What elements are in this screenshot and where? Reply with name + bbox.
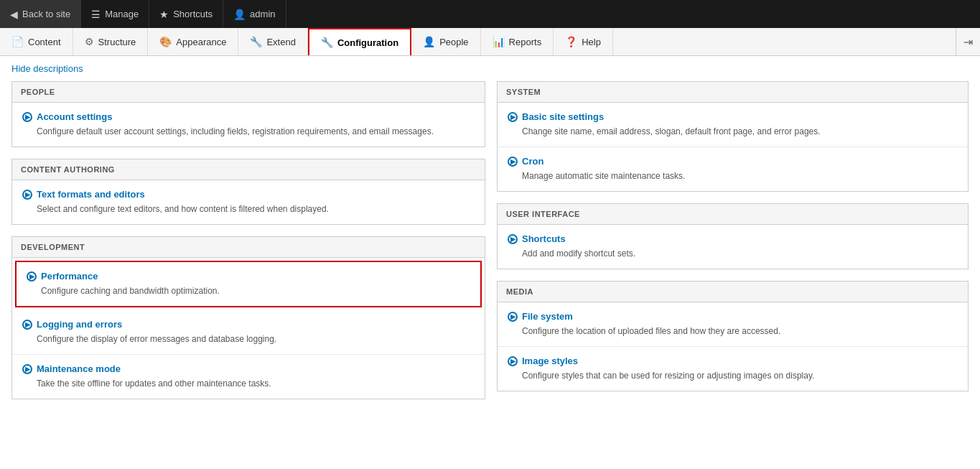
item-maintenance-mode: ▶ Maintenance mode Take the site offline… (12, 355, 485, 399)
arrow-icon: ▶ (508, 356, 518, 366)
arrow-icon: ▶ (508, 112, 518, 122)
arrow-icon: ▶ (22, 364, 32, 374)
arrow-icon: ▶ (508, 157, 518, 167)
nav-people[interactable]: 👤 People (411, 28, 480, 55)
manage-icon: ☰ (91, 9, 101, 20)
back-arrow-icon: ◀ (10, 9, 18, 20)
maintenance-mode-desc: Take the site offline for updates and ot… (22, 377, 475, 390)
nav-configuration[interactable]: 🔧 Configuration (308, 28, 411, 55)
section-content-authoring-header: CONTENT AUTHORING (12, 159, 485, 180)
cron-link[interactable]: ▶ Cron (508, 156, 958, 167)
content-icon: 📄 (11, 36, 24, 47)
left-column: PEOPLE ▶ Account settings Configure defa… (11, 81, 485, 411)
main-columns: PEOPLE ▶ Account settings Configure defa… (11, 81, 969, 411)
item-basic-site-settings: ▶ Basic site settings Change site name, … (498, 103, 968, 147)
arrow-icon: ▶ (508, 234, 518, 244)
section-content-authoring: CONTENT AUTHORING ▶ Text formats and edi… (11, 159, 485, 225)
hide-descriptions-link[interactable]: Hide descriptions (11, 63, 83, 74)
appearance-icon: 🎨 (159, 36, 172, 47)
configuration-icon: 🔧 (321, 37, 333, 48)
shortcuts-desc: Add and modify shortcut sets. (508, 247, 958, 260)
performance-link[interactable]: ▶ Performance (27, 271, 470, 282)
section-system-body: ▶ Basic site settings Change site name, … (498, 103, 968, 191)
arrow-icon: ▶ (27, 271, 37, 282)
item-image-styles: ▶ Image styles Configure styles that can… (498, 347, 968, 391)
cron-desc: Manage automatic site maintenance tasks. (508, 170, 958, 182)
arrow-icon: ▶ (22, 112, 32, 122)
admin-user-button[interactable]: 👤 admin (223, 0, 286, 28)
secondary-nav: 📄 Content ⚙ Structure 🎨 Appearance 🔧 Ext… (0, 28, 980, 56)
section-media: MEDIA ▶ File system Configure the locati… (497, 281, 969, 391)
section-development: DEVELOPMENT ▶ Performance Configure cach… (11, 236, 485, 399)
section-system-header: SYSTEM (498, 82, 968, 103)
item-text-formats: ▶ Text formats and editors Select and co… (12, 180, 485, 224)
star-icon: ★ (159, 9, 169, 20)
section-people-body: ▶ Account settings Configure default use… (12, 103, 485, 147)
nav-content[interactable]: 📄 Content (0, 28, 73, 55)
basic-site-settings-link[interactable]: ▶ Basic site settings (508, 111, 958, 122)
section-user-interface: USER INTERFACE ▶ Shortcuts Add and modif… (497, 203, 969, 269)
manage-button[interactable]: ☰ Manage (81, 0, 149, 28)
section-development-header: DEVELOPMENT (12, 237, 485, 258)
section-media-header: MEDIA (498, 282, 968, 302)
maintenance-mode-link[interactable]: ▶ Maintenance mode (22, 363, 475, 374)
content-area: Hide descriptions PEOPLE ▶ Account setti… (0, 56, 980, 418)
section-development-body: ▶ Performance Configure caching and band… (12, 261, 485, 399)
nav-spacer (613, 28, 956, 55)
nav-extend[interactable]: 🔧 Extend (238, 28, 307, 55)
account-settings-link[interactable]: ▶ Account settings (22, 111, 475, 122)
nav-reports[interactable]: 📊 Reports (481, 28, 554, 55)
nav-structure[interactable]: ⚙ Structure (73, 28, 149, 55)
image-styles-link[interactable]: ▶ Image styles (508, 356, 958, 366)
help-icon: ❓ (565, 36, 577, 47)
right-column: SYSTEM ▶ Basic site settings Change site… (497, 81, 969, 411)
section-content-authoring-body: ▶ Text formats and editors Select and co… (12, 180, 485, 224)
file-system-desc: Configure the location of uploaded files… (508, 325, 958, 338)
back-to-site-button[interactable]: ◀ Back to site (0, 0, 81, 28)
text-formats-link[interactable]: ▶ Text formats and editors (22, 189, 475, 200)
image-styles-desc: Configure styles that can be used for re… (508, 369, 958, 382)
section-media-body: ▶ File system Configure the location of … (498, 302, 968, 391)
shortcuts-link[interactable]: ▶ Shortcuts (508, 233, 958, 244)
item-performance: ▶ Performance Configure caching and band… (15, 261, 482, 307)
item-cron: ▶ Cron Manage automatic site maintenance… (498, 147, 968, 191)
logging-errors-desc: Configure the display of error messages … (22, 333, 475, 345)
reports-icon: 📊 (493, 36, 505, 47)
logging-errors-link[interactable]: ▶ Logging and errors (22, 319, 475, 330)
user-icon: 👤 (233, 9, 246, 20)
section-system: SYSTEM ▶ Basic site settings Change site… (497, 81, 969, 192)
nav-collapse-button[interactable]: ⇥ (956, 28, 980, 55)
basic-site-settings-desc: Change site name, email address, slogan,… (508, 125, 958, 138)
item-file-system: ▶ File system Configure the location of … (498, 302, 968, 347)
arrow-icon: ▶ (22, 320, 32, 330)
file-system-link[interactable]: ▶ File system (508, 311, 958, 322)
extend-icon: 🔧 (250, 36, 262, 47)
nav-help[interactable]: ❓ Help (554, 28, 613, 55)
text-formats-desc: Select and configure text editors, and h… (22, 203, 475, 215)
performance-desc: Configure caching and bandwidth optimiza… (27, 284, 470, 297)
structure-icon: ⚙ (85, 36, 94, 47)
admin-bar: ◀ Back to site ☰ Manage ★ Shortcuts 👤 ad… (0, 0, 980, 28)
shortcuts-button[interactable]: ★ Shortcuts (149, 0, 223, 28)
people-icon: 👤 (423, 36, 435, 47)
arrow-icon: ▶ (508, 312, 518, 322)
section-people-header: PEOPLE (12, 82, 485, 103)
arrow-icon: ▶ (22, 190, 32, 200)
nav-appearance[interactable]: 🎨 Appearance (148, 28, 238, 55)
item-logging-errors: ▶ Logging and errors Configure the displ… (12, 310, 485, 355)
account-settings-desc: Configure default user account settings,… (22, 125, 475, 138)
item-account-settings: ▶ Account settings Configure default use… (12, 103, 485, 147)
section-user-interface-body: ▶ Shortcuts Add and modify shortcut sets… (498, 225, 968, 269)
section-people: PEOPLE ▶ Account settings Configure defa… (11, 81, 485, 147)
section-user-interface-header: USER INTERFACE (498, 204, 968, 225)
item-shortcuts: ▶ Shortcuts Add and modify shortcut sets… (498, 225, 968, 269)
